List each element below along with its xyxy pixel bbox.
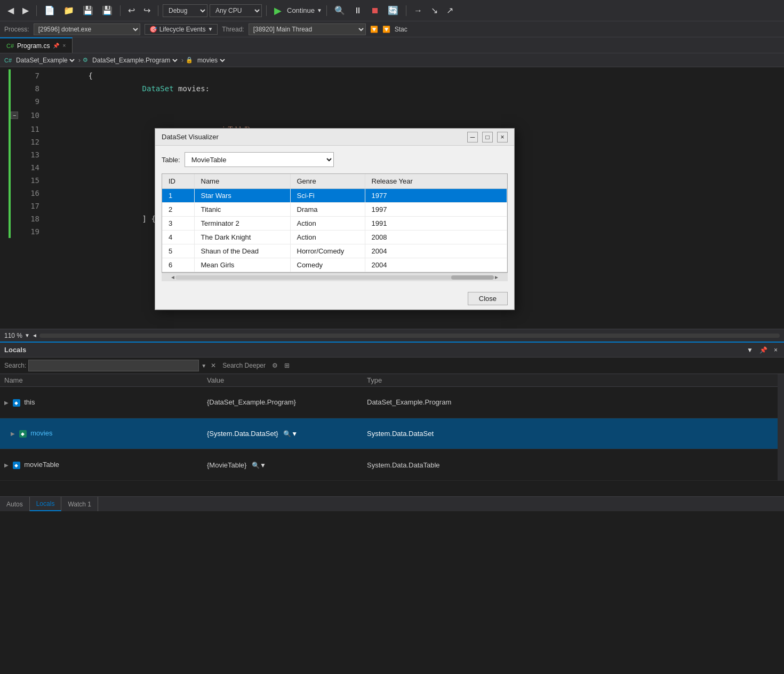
modal-body: Table: MovieTable ID Name Genre Release … <box>155 146 514 288</box>
locals-row-this[interactable]: ▶ ◆ this {DataSet_Example.Program} DataS… <box>0 387 778 418</box>
columns-btn[interactable]: ⊞ <box>282 361 292 370</box>
sep3 <box>158 5 158 16</box>
undo-btn[interactable]: ↩ <box>125 3 138 18</box>
cell-id-1: 2 <box>162 203 194 217</box>
tab-bar: C# Program.cs 📌 × <box>0 37 784 53</box>
clear-search-btn[interactable]: ✕ <box>209 361 218 370</box>
this-label: this <box>24 398 35 406</box>
modal-scrollbar[interactable]: ◄ ► <box>162 273 508 281</box>
step-out-btn[interactable]: ↗ <box>443 3 457 18</box>
redo-btn[interactable]: ↪ <box>140 3 154 18</box>
locals-row-movietable[interactable]: ▶ ◆ movieTable {MovieTable} 🔍▼ System.Da… <box>0 449 778 481</box>
new-file-btn[interactable]: 📄 <box>41 3 58 18</box>
search-deeper-btn[interactable]: Search Deeper <box>220 361 268 370</box>
green-bar-17 <box>9 200 11 212</box>
table-row-5[interactable]: 6 Mean Girls Comedy 2004 <box>162 258 507 272</box>
filter-icon[interactable]: 🔽 <box>370 26 378 33</box>
expand-this[interactable]: ▶ <box>4 400 9 406</box>
locals-header: Locals ▼ 📌 × <box>0 343 784 358</box>
line-gutter-10: − <box>11 112 21 119</box>
this-value: {DataSet_Example.Program} <box>207 398 296 406</box>
magnify-icon[interactable]: 🔍▼ <box>283 430 298 438</box>
locals-row-movies[interactable]: ▶ ◆ movies {System.Data.DataSet} 🔍▼ Syst… <box>0 418 778 449</box>
continue-btn[interactable]: ▶ <box>271 3 285 19</box>
expand-movietable[interactable]: ▶ <box>4 462 9 468</box>
debug-config-dropdown[interactable]: Debug <box>163 4 207 17</box>
tab-watch1[interactable]: Watch 1 <box>61 497 98 511</box>
process-dropdown[interactable]: [29596] dotnet.exe <box>34 23 140 35</box>
scroll-left-btn[interactable]: ◄ <box>32 332 37 338</box>
locals-value-movies: {System.Data.DataSet} 🔍▼ <box>203 418 363 449</box>
continue-dropdown-arrow[interactable]: ▼ <box>317 7 322 13</box>
member-dropdown[interactable]: movies <box>195 56 227 65</box>
table-row-3[interactable]: 4 The Dark Knight Action 2008 <box>162 231 507 244</box>
table-select-dropdown[interactable]: MovieTable <box>185 152 334 167</box>
expand-movies[interactable]: ▶ <box>4 431 15 437</box>
settings-btn[interactable]: ⚙ <box>270 361 280 370</box>
platform-dropdown[interactable]: Any CPU <box>210 4 262 17</box>
movietable-label: movieTable <box>24 461 59 469</box>
step-into-btn[interactable]: ↘ <box>428 3 441 18</box>
cell-name-4: Shaun of the Dead <box>194 244 290 258</box>
locals-dropdown-btn[interactable]: ▼ <box>745 345 755 355</box>
process-label: Process: <box>4 26 29 33</box>
cell-name-5: Mean Girls <box>194 258 290 272</box>
fwd-btn[interactable]: ▶ <box>19 3 32 18</box>
class-dropdown[interactable]: DataSet_Example.Program <box>90 56 179 65</box>
modal-maximize-btn[interactable]: □ <box>482 132 493 142</box>
tab-autos[interactable]: Autos <box>0 497 30 511</box>
collapse-10[interactable]: − <box>11 112 18 119</box>
line-num-11: 11 <box>21 125 48 133</box>
lifecycle-btn[interactable]: 🎯 Lifecycle Events ▼ <box>145 24 218 35</box>
search-dropdown-btn[interactable]: ▼ <box>201 363 206 369</box>
process-bar: Process: [29596] dotnet.exe 🎯 Lifecycle … <box>0 21 784 37</box>
save-btn[interactable]: 💾 <box>79 3 97 18</box>
locals-name-this: ▶ ◆ this <box>0 387 203 418</box>
pin-icon[interactable]: 📌 <box>53 43 59 49</box>
scroll-right-arrow[interactable]: ► <box>494 274 499 280</box>
scroll-left-arrow[interactable]: ◄ <box>170 274 175 280</box>
tab-locals[interactable]: Locals <box>30 497 62 511</box>
scroll-track[interactable] <box>175 275 494 280</box>
modal-minimize-btn[interactable]: ─ <box>467 132 478 142</box>
table-row-4[interactable]: 5 Shaun of the Dead Horror/Comedy 2004 <box>162 244 507 258</box>
magnify2-icon[interactable]: 🔍▼ <box>252 462 266 469</box>
thread-dropdown[interactable]: [38920] Main Thread <box>249 23 366 35</box>
locals-pin-btn[interactable]: 📌 <box>757 345 770 355</box>
tab-program-cs[interactable]: C# Program.cs 📌 × <box>0 37 73 53</box>
table-row-2[interactable]: 3 Terminator 2 Action 1991 <box>162 217 507 231</box>
search-btn[interactable]: 🔍 <box>331 3 348 18</box>
zoom-dropdown-btn[interactable]: ▼ <box>25 332 30 338</box>
restart-btn[interactable]: 🔄 <box>385 3 402 18</box>
table-row-1[interactable]: 2 Titanic Drama 1997 <box>162 203 507 217</box>
back-btn[interactable]: ◀ <box>4 3 17 18</box>
horizontal-scrollbar[interactable] <box>39 334 780 338</box>
filter2-icon[interactable]: 🔽 <box>382 26 390 33</box>
sep6 <box>406 5 406 16</box>
thread-label: Thread: <box>222 26 244 33</box>
search-input[interactable] <box>28 360 199 371</box>
sep2 <box>120 5 121 16</box>
locals-close-btn[interactable]: × <box>772 345 780 355</box>
modal-footer: Close <box>155 288 514 310</box>
main-toolbar: ◀ ▶ 📄 📁 💾 💾 ↩ ↪ Debug Any CPU ▶ Continue… <box>0 0 784 21</box>
green-bar-7 <box>9 69 11 82</box>
modal-close-btn[interactable]: × <box>497 132 508 142</box>
locals-scrollbar[interactable] <box>778 374 784 481</box>
tab-close-btn[interactable]: × <box>62 43 66 49</box>
stop-btn[interactable]: ⏹ <box>367 4 382 18</box>
modal-close-action-btn[interactable]: Close <box>468 292 508 305</box>
cell-name-2: Terminator 2 <box>194 217 290 231</box>
line-num-18: 18 <box>21 215 48 223</box>
table-row-0[interactable]: 1 Star Wars Sci-Fi 1977 <box>162 189 507 203</box>
search-label: Search: <box>4 362 26 369</box>
scroll-thumb[interactable] <box>451 275 494 280</box>
green-bar-11 <box>9 123 11 136</box>
line-num-15: 15 <box>21 176 48 185</box>
save-all-btn[interactable]: 💾 <box>99 3 116 18</box>
pause-btn[interactable]: ⏸ <box>350 4 365 18</box>
movietable-value: {MovieTable} <box>207 461 246 469</box>
step-over-btn[interactable]: → <box>411 4 426 18</box>
namespace-dropdown[interactable]: DataSet_Example <box>14 56 76 65</box>
open-btn[interactable]: 📁 <box>60 3 77 18</box>
